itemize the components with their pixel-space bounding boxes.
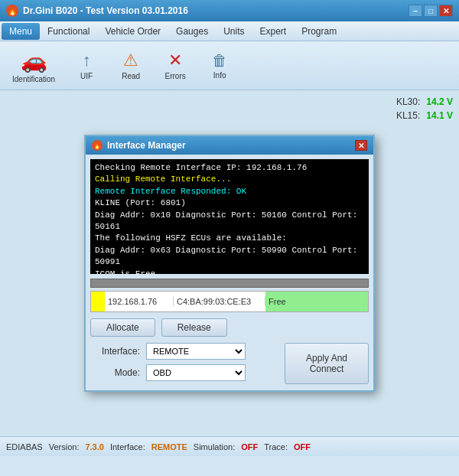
toolbar-read[interactable]: ⚠ Read: [112, 47, 150, 83]
interface-status-value: REMOTE: [151, 442, 187, 452]
menu-item-vehicle-order[interactable]: Vehicle Order: [97, 23, 168, 40]
menu-item-functional[interactable]: Functional: [40, 23, 97, 40]
title-bar: 🔥 Dr.Gini B020 - Test Version 03.01.2016…: [0, 0, 459, 21]
dialog-title: Interface Manager: [107, 140, 355, 151]
console-line-7: ICOM is Free: [95, 269, 364, 274]
menu-item-menu[interactable]: Menu: [2, 23, 40, 40]
menu-item-gauges[interactable]: Gauges: [168, 23, 216, 40]
toolbar-errors-label: Errors: [165, 72, 186, 80]
console-line-3: KLINE (Port: 6801): [95, 197, 364, 209]
toolbar-errors[interactable]: ✕ Errors: [156, 47, 194, 83]
dialog-form: Interface: REMOTE Mode: OBD Apply And Co…: [90, 343, 369, 386]
car-icon: 🚗: [21, 48, 47, 73]
progress-bar: [90, 279, 369, 288]
trace-value: OFF: [294, 442, 311, 452]
read-icon: ⚠: [123, 51, 138, 70]
simulation-value: OFF: [241, 442, 258, 452]
minimize-button[interactable]: –: [409, 5, 422, 17]
window-controls: – □ ✕: [409, 5, 453, 17]
status-bar: EDIABAS Version: 7.3.0 Interface: REMOTE…: [0, 436, 459, 456]
maximize-button[interactable]: □: [424, 5, 438, 17]
interface-row: Interface: REMOTE: [90, 343, 278, 360]
simulation-label: Simulation:: [194, 442, 235, 452]
mode-select[interactable]: OBD: [146, 364, 246, 381]
trace-label: Trace:: [264, 442, 288, 452]
ediabas-label: EDIABAS: [6, 442, 43, 452]
apply-connect-button[interactable]: Apply And Connect: [285, 343, 369, 384]
info-icon: 🗑: [212, 52, 227, 70]
close-button[interactable]: ✕: [439, 5, 453, 17]
network-row[interactable]: 192.168.1.76 C4:BA:99:03:CE:E3 Free: [91, 292, 368, 311]
menu-item-program[interactable]: Program: [294, 23, 344, 40]
network-ip: 192.168.1.76: [105, 297, 174, 306]
console-line-1: Calling Remote Interface...: [95, 174, 364, 185]
version-label: Version:: [49, 442, 80, 452]
menu-item-expert[interactable]: Expert: [252, 23, 294, 40]
menu-bar: Menu Functional Vehicle Order Gauges Uni…: [0, 21, 459, 41]
network-status: Free: [265, 292, 368, 311]
main-area: KL30: 14.2 V KL15: 14.1 V 🔥 Interface Ma…: [0, 90, 459, 456]
console-line-0: Checking Remote Interface IP: 192.168.1.…: [95, 162, 364, 174]
toolbar: 🚗 Identification ↑ UIF ⚠ Read ✕ Errors 🗑…: [0, 41, 459, 90]
interface-label: Interface:: [90, 346, 140, 357]
network-indicator: [91, 292, 105, 311]
mode-label: Mode:: [90, 367, 140, 378]
toolbar-identification-label: Identification: [12, 75, 55, 83]
uif-icon: ↑: [83, 51, 91, 70]
form-fields: Interface: REMOTE Mode: OBD: [90, 343, 278, 386]
dialog-icon: 🔥: [92, 140, 103, 151]
toolbar-identification[interactable]: 🚗 Identification: [6, 45, 61, 86]
dialog-close-button[interactable]: ✕: [355, 140, 367, 151]
network-mac: C4:BA:99:03:CE:E3: [174, 297, 265, 306]
interface-manager-dialog: 🔥 Interface Manager ✕ Checking Remote In…: [84, 135, 375, 392]
dialog-title-bar: 🔥 Interface Manager ✕: [86, 136, 373, 155]
toolbar-info[interactable]: 🗑 Info: [200, 49, 239, 83]
toolbar-read-label: Read: [122, 72, 140, 80]
console-output: Checking Remote Interface IP: 192.168.1.…: [90, 159, 369, 274]
mode-row: Mode: OBD: [90, 364, 278, 381]
interface-status-label: Interface:: [110, 442, 145, 452]
console-line-4: Diag Addr: 0x10 Diagnostic Port: 50160 C…: [95, 210, 364, 233]
console-line-5: The following HSFZ ECUs are available:: [95, 233, 364, 244]
interface-select[interactable]: REMOTE: [146, 343, 246, 360]
toolbar-uif[interactable]: ↑ UIF: [67, 47, 106, 83]
ediabas-version: 7.3.0: [85, 442, 103, 452]
console-line-2: Remote Interface Responded: OK: [95, 186, 364, 197]
allocate-button[interactable]: Allocate: [90, 318, 155, 337]
toolbar-uif-label: UIF: [80, 72, 93, 80]
modal-overlay: 🔥 Interface Manager ✕ Checking Remote In…: [0, 90, 459, 436]
app-icon: 🔥: [6, 5, 18, 17]
dialog-action-buttons: Allocate Release: [90, 318, 369, 337]
errors-icon: ✕: [168, 51, 182, 70]
app-title: Dr.Gini B020 - Test Version 03.01.2016: [23, 5, 409, 16]
menu-item-units[interactable]: Units: [216, 23, 252, 40]
release-button[interactable]: Release: [161, 318, 227, 337]
toolbar-info-label: Info: [213, 71, 226, 80]
network-list: 192.168.1.76 C4:BA:99:03:CE:E3 Free: [90, 291, 369, 312]
console-line-6: Diag Addr: 0x63 Diagnostic Port: 50990 C…: [95, 245, 364, 269]
